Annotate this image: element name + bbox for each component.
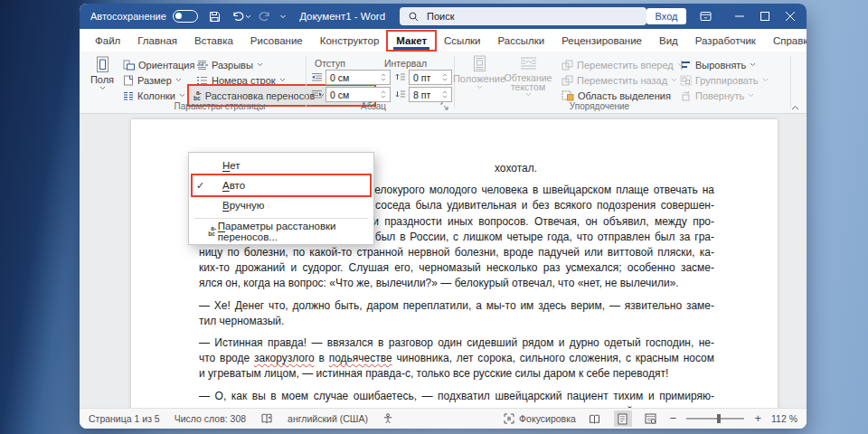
menu-item-auto[interactable]: ✓Авто (193, 175, 370, 195)
tab-review[interactable]: Рецензирование (553, 32, 650, 50)
margins-icon (95, 56, 110, 73)
focus-icon (504, 413, 514, 424)
maximize-button[interactable] (752, 5, 778, 27)
document-title: Документ1 - Word (299, 11, 385, 22)
spinner-icon[interactable] (381, 73, 386, 81)
web-layout-icon[interactable] (642, 410, 660, 427)
save-icon[interactable] (207, 7, 222, 25)
page-indicator[interactable]: Страница 1 из 5 (89, 413, 160, 424)
menu-item-none[interactable]: Нет (193, 156, 370, 175)
wrap-text-icon (520, 55, 537, 72)
paragraph: — Истинная правда! — ввязался в разговор… (199, 335, 714, 382)
align-button[interactable]: Выровнять (680, 57, 756, 72)
breaks-icon (196, 60, 208, 71)
spinner-icon[interactable] (442, 73, 448, 81)
menu-item-label: Авто (222, 180, 245, 191)
size-button[interactable]: Размер (123, 72, 182, 88)
breaks-button[interactable]: Разрывы (196, 57, 263, 72)
zoom-in-button[interactable]: + (754, 414, 761, 423)
send-backward-button: Переместить назад (561, 72, 677, 88)
bring-forward-button: Переместить вперед (561, 57, 684, 72)
orientation-button[interactable]: Ориентация (123, 57, 204, 72)
sign-in-button[interactable]: Вход (646, 8, 687, 24)
rotate-icon (680, 90, 692, 101)
language-indicator[interactable]: английский (США) (288, 413, 368, 424)
group-label-page-setup: Параметры страницы (147, 101, 292, 111)
orientation-icon (123, 60, 135, 71)
spacing-label: Интервал (384, 58, 427, 69)
undo-menu-chevron[interactable] (245, 14, 251, 19)
text-line: ялся он, когда на вопрос: «Что же, вылеч… (199, 276, 714, 291)
text-line: — Истинная правда! — ввязался в разговор… (199, 335, 714, 351)
align-icon (680, 60, 692, 71)
spacing-after-icon (395, 90, 406, 99)
redo-icon (257, 7, 272, 25)
indent-label: Отступ (315, 58, 345, 69)
tab-home[interactable]: Главная (129, 32, 185, 50)
text-line: что вроде закорузлого в подьячестве чино… (199, 351, 714, 366)
paragraph: — О, как вы в моем случае ошибаетесь, — … (199, 389, 714, 408)
tab-mailings[interactable]: Рассылки (490, 32, 553, 50)
proofing-errors-icon[interactable] (260, 413, 273, 424)
read-mode-icon[interactable] (586, 410, 604, 427)
tab-insert[interactable]: Вставка (186, 32, 241, 50)
spacing-before-icon (395, 72, 406, 82)
line-numbers-icon (196, 75, 208, 86)
menu-item-label: Вручную (222, 200, 264, 211)
undo-icon[interactable] (230, 7, 245, 25)
print-layout-icon[interactable] (614, 410, 632, 427)
status-bar: Страница 1 из 5 Число слов: 308 английск… (80, 408, 807, 429)
search-box[interactable]: Поиск (400, 7, 646, 25)
text-line: и угреватым лицом, — истинная правда-с, … (199, 366, 714, 382)
tab-developer[interactable]: Разработчик (687, 32, 764, 50)
zoom-slider[interactable] (686, 418, 744, 420)
text-line: ницу по болезни, по какой-то странной не… (199, 245, 714, 260)
accessibility-icon[interactable] (382, 413, 393, 424)
position-icon (472, 55, 487, 72)
tab-layout[interactable]: Макет (388, 32, 435, 50)
quick-access-chevron-icon[interactable] (279, 14, 287, 19)
spacing-after-field[interactable]: 8 пт (409, 87, 452, 102)
group-divider (306, 56, 307, 108)
ribbon: Поля Ориентация Размер Колонки (80, 52, 807, 114)
text-line: щим голосом, — конечно, я спорить не мог… (199, 404, 714, 408)
spinner-icon[interactable] (442, 90, 448, 99)
menu-item-options[interactable]: a-bcПараметры расстановки переносов... (193, 222, 370, 241)
minimize-button[interactable] (727, 5, 752, 27)
group-button: Группировать (680, 72, 769, 88)
hyphenation-icon: a-bc (208, 226, 216, 236)
ribbon-tab-row: Файл Главная Вставка Рисование Конструкт… (80, 29, 807, 52)
zoom-level[interactable]: 112 % (771, 413, 797, 424)
word-count[interactable]: Число слов: 308 (175, 413, 246, 424)
text-line: — О, как вы в моем случае ошибаетесь, — … (199, 389, 714, 404)
indent-right-icon (311, 90, 323, 99)
paragraph: — Хе! Денег что, должно быть, даром пере… (199, 298, 714, 329)
tab-file[interactable]: Файл (87, 32, 128, 50)
ribbon-display-options-icon[interactable] (693, 5, 718, 27)
bring-forward-icon (561, 60, 573, 71)
autosave-label: Автосохранение (90, 11, 166, 22)
paragraph-dialog-launcher-icon[interactable] (439, 101, 449, 111)
indent-right-field[interactable]: 0 см (326, 87, 391, 102)
spinner-icon[interactable] (381, 90, 386, 99)
focus-mode-button[interactable]: Фокусировка (504, 413, 576, 424)
selection-pane-icon (561, 90, 574, 101)
columns-icon (123, 90, 134, 101)
tab-help[interactable]: Справка (765, 32, 807, 50)
close-button[interactable] (778, 5, 803, 27)
collapse-ribbon-icon[interactable] (791, 105, 799, 110)
margins-button[interactable]: Поля (87, 56, 118, 90)
autosave-toggle[interactable] (173, 10, 198, 23)
tab-design[interactable]: Конструктор (312, 32, 388, 50)
wrap-text-button: Обтекание текстом (502, 55, 554, 97)
tab-view[interactable]: Вид (651, 32, 686, 50)
indent-left-field[interactable]: 0 см (326, 70, 391, 85)
indent-left-icon (311, 72, 323, 82)
zoom-out-button[interactable]: − (670, 414, 677, 423)
menu-separator (194, 218, 368, 219)
tab-references[interactable]: Ссылки (436, 32, 489, 50)
zoom-slider-thumb[interactable] (717, 414, 721, 423)
menu-item-manual[interactable]: Вручную (193, 195, 370, 215)
spacing-before-field[interactable]: 0 пт (409, 70, 452, 85)
tab-draw[interactable]: Рисование (242, 32, 311, 50)
